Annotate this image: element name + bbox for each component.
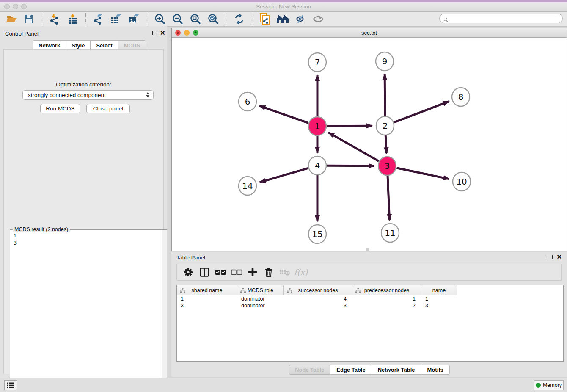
- graph-node-label-11: 11: [385, 228, 395, 238]
- graph-edge-2-9[interactable]: [385, 74, 385, 116]
- task-history-list-icon[interactable]: [4, 380, 17, 390]
- optimization-criterion-label: Optimization criterion:: [4, 81, 163, 88]
- graph-edge-3-11[interactable]: [388, 176, 390, 220]
- tab-network-table[interactable]: Network Table: [372, 365, 421, 375]
- control-panel-float-icon[interactable]: [152, 31, 157, 35]
- memory-button[interactable]: Memory: [534, 380, 564, 390]
- toolbar-separator: [147, 13, 147, 25]
- first-neighbors-icon[interactable]: [275, 12, 290, 26]
- import-network-icon[interactable]: [47, 12, 63, 26]
- column-header-label: shared name: [192, 287, 223, 293]
- chevron-up-down-icon: [146, 92, 149, 97]
- zoom-selected-icon[interactable]: [206, 12, 221, 26]
- table-cell[interactable]: 2: [352, 302, 421, 309]
- unselect-all-columns-icon[interactable]: [229, 265, 244, 279]
- hide-selected-icon[interactable]: [293, 12, 308, 26]
- import-table-icon[interactable]: [65, 12, 80, 26]
- select-all-columns-icon[interactable]: [213, 265, 228, 279]
- table-settings-gear-icon[interactable]: [181, 265, 195, 279]
- network-view-window: x - + scc.txt 1234678910111415: [171, 28, 567, 251]
- table-cell[interactable]: 1: [421, 295, 457, 302]
- show-hidden-icon[interactable]: [311, 12, 326, 26]
- tab-edge-table[interactable]: Edge Table: [330, 365, 372, 375]
- memory-status-icon: [536, 383, 541, 388]
- result-scrollbar[interactable]: [162, 230, 167, 390]
- graph-node-label-14: 14: [242, 181, 253, 191]
- control-panel-close-icon[interactable]: ✕: [160, 31, 165, 35]
- graph-edge-2-8[interactable]: [394, 102, 449, 122]
- graph-node-label-15: 15: [312, 229, 322, 239]
- titlebar-accent: [0, 0, 567, 2]
- control-panel-title: Control Panel: [5, 30, 39, 37]
- column-panel-icon[interactable]: [197, 265, 212, 279]
- table-cell[interactable]: dominator: [237, 302, 284, 309]
- apply-layout-icon[interactable]: [231, 12, 247, 26]
- table-panel-close-icon[interactable]: ✕: [556, 255, 562, 259]
- mcds-panel: Optimization criterion: strongly connect…: [3, 49, 164, 374]
- criterion-value: strongly connected component: [28, 92, 106, 98]
- save-session-icon[interactable]: [22, 12, 37, 26]
- zoom-fit-icon[interactable]: [188, 12, 203, 26]
- graph-edge-4-14[interactable]: [260, 168, 308, 182]
- table-row[interactable]: 3dominator323: [177, 302, 563, 309]
- status-bar: Memory: [0, 378, 567, 392]
- search-input[interactable]: [439, 14, 563, 23]
- delete-column-trash-icon[interactable]: [261, 265, 276, 279]
- column-header-successor-nodes[interactable]: successor nodes: [284, 285, 352, 295]
- graph-edge-4-3[interactable]: [327, 166, 374, 166]
- graph-node-label-4: 4: [315, 160, 320, 171]
- toolbar-separator: [85, 13, 86, 25]
- table-cell[interactable]: dominator: [237, 295, 284, 302]
- memory-label: Memory: [543, 382, 562, 388]
- graph-edge-3-1[interactable]: [328, 133, 379, 161]
- network-hscroll-thumb[interactable]: [366, 248, 369, 251]
- graph-edge-3-10[interactable]: [397, 168, 449, 179]
- graph-edge-1-6[interactable]: [259, 106, 308, 123]
- network-canvas[interactable]: 1234678910111415: [172, 38, 567, 251]
- table-tabs: Node Table Edge Table Network Table Moti…: [171, 365, 567, 375]
- table-cell[interactable]: 1: [177, 295, 237, 302]
- table-panel-float-icon[interactable]: [548, 255, 553, 259]
- tab-motifs[interactable]: Motifs: [421, 365, 450, 375]
- export-network-icon[interactable]: [91, 12, 106, 26]
- graph-node-label-6: 6: [245, 97, 250, 107]
- column-header-label: name: [432, 287, 446, 293]
- column-header-name[interactable]: name: [421, 285, 457, 295]
- column-header-predecessor-nodes[interactable]: predecessor nodes: [352, 285, 421, 295]
- run-mcds-button[interactable]: Run MCDS: [40, 104, 80, 113]
- new-network-from-selection-icon[interactable]: [257, 12, 272, 26]
- graph-edge-2-3[interactable]: [385, 135, 386, 153]
- column-header-MCDS-role[interactable]: MCDS role: [237, 285, 284, 295]
- table-header-row: shared nameMCDS rolesuccessor nodesprede…: [177, 285, 563, 295]
- table-cell[interactable]: 3: [284, 302, 352, 309]
- export-image-icon[interactable]: [127, 12, 142, 26]
- table-panel: Table Panel ✕ f(x) shared nameMCDS roles…: [171, 252, 567, 377]
- zoom-in-icon[interactable]: [152, 12, 168, 26]
- table-cell[interactable]: 1: [352, 295, 421, 302]
- graph-node-label-8: 8: [458, 92, 464, 102]
- export-table-icon[interactable]: [109, 12, 124, 26]
- tab-node-table[interactable]: Node Table: [289, 365, 330, 375]
- table-cell[interactable]: 3: [177, 302, 237, 309]
- network-window-titlebar[interactable]: x - + scc.txt: [172, 28, 567, 38]
- create-column-plus-icon[interactable]: [245, 265, 260, 279]
- open-session-icon[interactable]: [4, 12, 19, 26]
- criterion-select[interactable]: strongly connected component: [22, 90, 154, 100]
- table-cell[interactable]: 4: [284, 295, 352, 302]
- toolbar-separator: [252, 13, 252, 25]
- table-toolbar: f(x): [176, 264, 562, 281]
- search-icon: [443, 17, 447, 21]
- graph-node-label-3: 3: [385, 161, 390, 171]
- table-cell[interactable]: 3: [421, 302, 457, 309]
- graph-node-label-1: 1: [315, 121, 320, 131]
- column-header-label: predecessor nodes: [364, 287, 409, 293]
- zoom-out-icon[interactable]: [170, 12, 185, 26]
- graph-edge-1-2[interactable]: [327, 126, 372, 126]
- graph-node-label-10: 10: [456, 177, 467, 187]
- column-header-shared-name[interactable]: shared name: [177, 285, 237, 295]
- table-row[interactable]: 1dominator411: [177, 295, 563, 302]
- delete-table-icon[interactable]: [278, 265, 292, 279]
- function-builder-icon: f(x): [294, 265, 308, 279]
- toolbar-separator: [42, 13, 42, 25]
- close-panel-button[interactable]: Close panel: [86, 104, 130, 113]
